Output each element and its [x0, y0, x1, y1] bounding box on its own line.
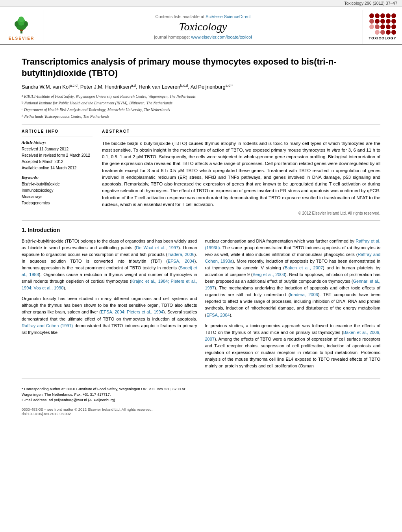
email-footnote: E-mail address: ad.peijnenburg@wur.nl (A… [22, 397, 197, 403]
tox-label: TOXICOLOGY [369, 36, 396, 40]
intro-para-3: nuclear condensation and DNA fragmentati… [205, 238, 381, 319]
keywords-label: Keywords: [22, 175, 93, 180]
abstract-label: ABSTRACT [102, 129, 380, 133]
issn-line: 0300-483X/$ – see front matter © 2012 El… [22, 407, 380, 416]
elsevier-label: ELSEVIER [9, 36, 34, 41]
citation-text: Toxicology 296 (2012) 37–47 [344, 1, 397, 6]
affil-b: National Institute for Public Health and… [24, 100, 173, 106]
journal-info-center: Contents lists available at SciVerse Sci… [43, 10, 363, 44]
divider-after-abstract [22, 220, 380, 221]
elsevier-logo: ELSEVIER [0, 10, 43, 44]
tox-logo-dots-icon [369, 13, 396, 35]
authors-line: Sandra W.M. van Kola,c,d, Peter J.M. Hen… [22, 83, 380, 90]
journal-header: ELSEVIER Contents lists available at Sci… [0, 7, 402, 44]
intro-body-cols: Bis(tri-n-butyltin)oxide (TBTO) belongs … [22, 238, 380, 373]
intro-para-4: In previous studies, a toxicogenomics ap… [205, 323, 381, 369]
intro-para-1: Bis(tri-n-butyltin)oxide (TBTO) belongs … [22, 238, 197, 291]
article-info-label: ARTICLE INFO [22, 129, 93, 133]
abstract-text: The biocide bis(tri-n-butyltin)oxide (TB… [102, 140, 380, 208]
received-revised-date: Received in revised form 2 March 2012 [22, 152, 93, 159]
main-content: Transcriptomics analysis of primary mous… [0, 44, 402, 424]
svg-point-5 [24, 21, 28, 27]
received-date: Received 11 January 2012 [22, 146, 93, 152]
introduction-section: 1. Introduction Bis(tri-n-butyltin)oxide… [22, 227, 380, 373]
sciverse-link[interactable]: SciVerse ScienceDirect [206, 14, 250, 19]
divider-after-affiliations [22, 124, 380, 124]
intro-right-col: nuclear condensation and DNA fragmentati… [205, 238, 381, 373]
article-title: Transcriptomics analysis of primary mous… [22, 56, 380, 79]
copyright-line: © 2012 Elsevier Ireland Ltd. All rights … [102, 211, 380, 215]
keyword-1: Bis(tri-n-butyltin)oxide [22, 181, 93, 187]
svg-rect-6 [20, 30, 23, 31]
corresponding-footnote: * Corresponding author at: RIKILT-Instit… [22, 386, 197, 398]
article-info-col: ARTICLE INFO Article history: Received 1… [22, 129, 93, 216]
journal-title: Toxicology [179, 20, 227, 33]
sciverse-line: Contents lists available at SciVerse Sci… [155, 14, 250, 19]
svg-point-4 [15, 21, 19, 27]
abstract-col: ABSTRACT The biocide bis(tri-n-butyltin)… [102, 129, 380, 216]
affil-d: Netherlands Toxicogenomics Centre, The N… [24, 113, 109, 119]
journal-homepage: journal homepage: www.elsevier.com/locat… [154, 35, 252, 39]
citation-line: Toxicology 296 (2012) 37–47 [0, 0, 402, 7]
intro-heading: 1. Introduction [22, 227, 380, 233]
affiliations: aRIKILT-Institute of Food Safety, Wageni… [22, 93, 380, 119]
elsevier-tree-icon [11, 13, 32, 35]
page: Toxicology 296 (2012) 37–47 ELSEVIER Con… [0, 0, 402, 532]
footnote-section: * Corresponding author at: RIKILT-Instit… [22, 378, 380, 416]
toxicology-logo: TOXICOLOGY [363, 10, 402, 44]
intro-para-2: Organotin toxicity has been studied in m… [22, 295, 197, 336]
intro-left-col: Bis(tri-n-butyltin)oxide (TBTO) belongs … [22, 238, 197, 373]
article-info-abstract: ARTICLE INFO Article history: Received 1… [22, 129, 380, 216]
accepted-date: Accepted 5 March 2012 [22, 159, 93, 165]
keyword-3: Microarrays [22, 194, 93, 200]
svg-point-3 [19, 17, 24, 22]
keyword-4: Toxicogenomics [22, 200, 93, 206]
affil-a: RIKILT-Institute of Food Safety, Wagenin… [24, 93, 196, 99]
history-label: Article history: [22, 140, 93, 145]
affil-c: Department of Health Risk Analysis and T… [24, 107, 170, 113]
available-date: Available online 14 March 2012 [22, 165, 93, 171]
keyword-2: Immunotoxicology [22, 187, 93, 194]
homepage-url[interactable]: www.elsevier.com/locate/toxicol [191, 35, 252, 39]
